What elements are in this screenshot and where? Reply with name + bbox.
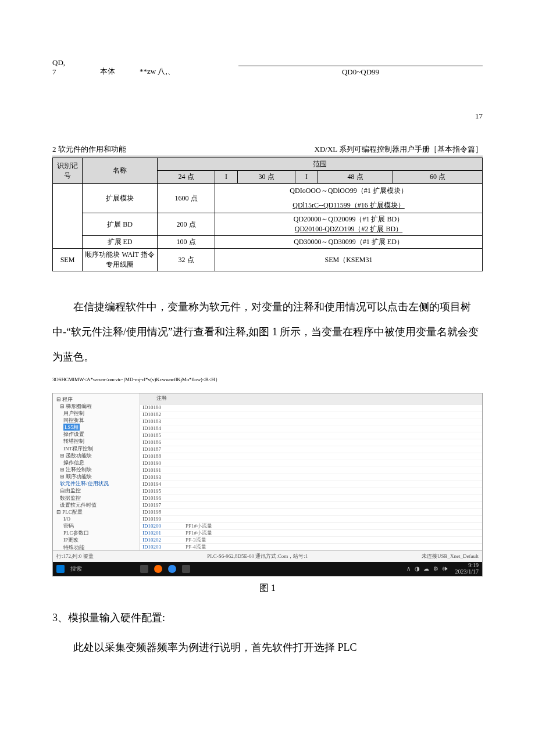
list-item[interactable]: ID10184 bbox=[140, 425, 482, 432]
list-item[interactable]: ID10186 bbox=[140, 439, 482, 446]
section-header: 2 软元件的作用和功能 XD/XL 系列可编程控制器用户手册［基本指令篇］ bbox=[52, 144, 483, 156]
addr-cell: ID10203 bbox=[140, 544, 183, 550]
list-item[interactable]: ID10193 bbox=[140, 474, 482, 481]
tree-node[interactable]: ⊞ 顺序功能块 bbox=[56, 473, 136, 480]
page-number: 17 bbox=[52, 112, 483, 121]
tray-icons[interactable]: ∧ ◑ ☁ ⚙ 🕪 bbox=[406, 565, 449, 572]
tree-node[interactable]: 密码 bbox=[56, 522, 136, 529]
tree-node[interactable]: ⊞ 注释控制块 bbox=[56, 466, 136, 473]
app-icon[interactable] bbox=[182, 565, 190, 573]
tree-node[interactable]: 操作信息 bbox=[56, 459, 136, 466]
th-range: 范围 bbox=[158, 158, 483, 171]
clock-date: 2023/1/17 bbox=[455, 568, 479, 575]
clock-time: 9:19 bbox=[468, 562, 479, 568]
addr-cell: ID10184 bbox=[140, 425, 183, 431]
tree-node[interactable]: I/O bbox=[56, 515, 136, 522]
cell-r4-text: SEM（KSEM31 bbox=[215, 249, 483, 271]
hdr-c1a: QD, bbox=[52, 58, 76, 67]
hdr-c4: QD0~QD99 bbox=[238, 66, 483, 77]
tree-node[interactable]: ⊟ PLC配置 bbox=[56, 508, 136, 515]
softelem-list[interactable]: 注释 ID10180ID10182ID10183ID10184ID10185ID… bbox=[140, 393, 482, 550]
addr-cell: ID10186 bbox=[140, 439, 183, 445]
list-item[interactable]: ID10187 bbox=[140, 446, 482, 453]
addr-cell: ID10197 bbox=[140, 502, 183, 508]
start-icon[interactable] bbox=[56, 565, 65, 573]
addr-cell: ID10188 bbox=[140, 453, 183, 459]
cell-r1-text: QDIoOOO～QDlOO99（#1 扩展模块） QDl15rC--QD1159… bbox=[215, 184, 483, 213]
cell-r1-name: 扩展模块 bbox=[83, 184, 158, 213]
tree-node[interactable]: 软元件注释/使用状况 bbox=[56, 480, 136, 487]
taskbar: 搜索 ∧ ◑ ☁ ⚙ 🕪 9:19 2023/1/17 bbox=[53, 562, 482, 576]
addr-cell: ID10198 bbox=[140, 509, 183, 515]
firefox-icon[interactable] bbox=[154, 565, 162, 573]
addr-cell: ID10195 bbox=[140, 488, 183, 494]
tree-node[interactable]: 转塔控制 bbox=[56, 438, 136, 445]
list-item[interactable]: ID10196 bbox=[140, 495, 482, 502]
hdr-c3: **zw 八,、 bbox=[140, 66, 238, 77]
cell-r2-text: QD20000～QD20099（#1 扩展 BD） QD20100-QDZO19… bbox=[215, 213, 483, 236]
tree-node[interactable]: 同控折算 bbox=[56, 417, 136, 424]
section-right: XD/XL 系列可编程控制器用户手册［基本指令篇］ bbox=[315, 144, 483, 155]
tree-node[interactable]: ⊟ 程序 bbox=[56, 396, 136, 403]
tree-node[interactable]: 数据监控 bbox=[56, 495, 136, 501]
addr-cell: ID10183 bbox=[140, 418, 183, 424]
list-item[interactable]: ID10197 bbox=[140, 502, 482, 509]
th-id: 识别记号 bbox=[53, 158, 83, 184]
cell-r2-name: 扩展 BD bbox=[83, 213, 158, 236]
addr-cell: ID10191 bbox=[140, 467, 183, 473]
list-item[interactable]: ID10185 bbox=[140, 432, 482, 439]
addr-cell: ID10182 bbox=[140, 411, 183, 417]
tree-node[interactable]: ⊞ 函数功能块 bbox=[56, 452, 136, 459]
tree-node[interactable]: ⊟ 梯形图编程 bbox=[56, 403, 136, 410]
th-60: 60 点 bbox=[393, 171, 483, 184]
project-tree[interactable]: ⊟ 程序⊟ 梯形图编程用户控制同控折算LS5相操作设置转塔控制INT程序控制⊞ … bbox=[53, 393, 140, 550]
th-30: 30 点 bbox=[238, 171, 295, 184]
status-right: 未连接USB_Xnet_Default bbox=[422, 553, 479, 560]
figure-1-caption: 图 1 bbox=[52, 582, 483, 594]
tree-node[interactable]: IP更改 bbox=[56, 536, 136, 543]
addr-cell: ID10199 bbox=[140, 516, 183, 522]
cell-r3-text: QD30000～QD30099（#1 扩展 ED） bbox=[215, 236, 483, 249]
addr-cell: ID10201 bbox=[140, 530, 183, 536]
task-icon[interactable] bbox=[140, 565, 148, 573]
hdr-c2: 本体 bbox=[76, 66, 140, 77]
list-item[interactable]: ID10188 bbox=[140, 453, 482, 460]
cell-r4-id: SEM bbox=[53, 249, 83, 271]
section-left: 2 软元件的作用和功能 bbox=[52, 144, 126, 155]
th-i2: I bbox=[295, 171, 318, 184]
section-3-title: 3、模拟量输入硬件配置: bbox=[52, 611, 483, 625]
list-item[interactable]: ID10182 bbox=[140, 411, 482, 418]
cell-r3-pts: 100 点 bbox=[158, 236, 215, 249]
note-cell: PF-4流量 bbox=[183, 543, 482, 550]
tree-node[interactable]: 特殊功能 bbox=[56, 544, 136, 550]
list-item[interactable]: ID10194 bbox=[140, 481, 482, 488]
softelem-table: 识别记号 名称 范围 24 点 I 30 点 I 48 点 60 点 扩展模块 … bbox=[52, 157, 483, 271]
list-item[interactable]: ID10183 bbox=[140, 418, 482, 425]
tree-node[interactable]: 操作设置 bbox=[56, 431, 136, 438]
tree-node[interactable]: 设置软元件时值 bbox=[56, 501, 136, 508]
tree-node[interactable]: PLC参数口 bbox=[56, 529, 136, 536]
tree-node[interactable]: LS5相 bbox=[56, 424, 136, 431]
list-item[interactable]: ID10191 bbox=[140, 467, 482, 474]
edge-icon[interactable] bbox=[168, 565, 176, 573]
list-item[interactable]: ID10195 bbox=[140, 488, 482, 495]
addr-cell: ID10193 bbox=[140, 474, 183, 480]
status-left: 行:172,列:0 覆盖 bbox=[56, 553, 94, 560]
tree-node[interactable]: 自由监控 bbox=[56, 487, 136, 494]
list-item[interactable]: ID10180 bbox=[140, 404, 482, 411]
cell-r1-pts: 1600 点 bbox=[158, 184, 215, 213]
list-item[interactable]: ID10198 bbox=[140, 509, 482, 516]
th-24: 24 点 bbox=[158, 171, 215, 184]
taskbar-search[interactable]: 搜索 bbox=[70, 565, 82, 573]
status-bar: 行:172,列:0 覆盖 PLC-S6-962,8D5E-60 通讯方式:Com… bbox=[53, 550, 482, 562]
section-3-para: 此处以采集变频器频率为例进行说明，首先软件打开选择 PLC bbox=[52, 635, 483, 660]
paragraph-1: 在信捷编程软件中，变量称为软元件，对变量的注释和使用情况可以点击左侧的项目树中-… bbox=[52, 295, 483, 370]
addr-cell: ID10190 bbox=[140, 460, 183, 466]
list-item[interactable]: ID10190 bbox=[140, 460, 482, 467]
addr-cell: ID10185 bbox=[140, 432, 183, 438]
tree-node[interactable]: INT程序控制 bbox=[56, 445, 136, 452]
addr-cell: ID10180 bbox=[140, 404, 183, 410]
list-item[interactable]: ID10203PF-4流量 bbox=[140, 544, 482, 550]
tree-node[interactable]: 用户控制 bbox=[56, 410, 136, 417]
header-fragment: QD, 7 本体 **zw 八,、 QD0~QD99 bbox=[52, 58, 483, 77]
